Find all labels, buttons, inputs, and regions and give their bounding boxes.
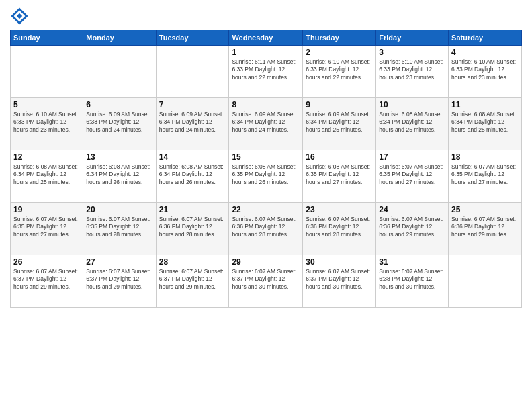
calendar-cell: 25Sunrise: 6:07 AM Sunset: 6:36 PM Dayli… (449, 203, 522, 255)
calendar-cell: 11Sunrise: 6:08 AM Sunset: 6:34 PM Dayli… (449, 98, 522, 150)
calendar-cell: 6Sunrise: 6:09 AM Sunset: 6:33 PM Daylig… (83, 98, 156, 150)
day-number: 24 (379, 205, 445, 214)
calendar-header-row: SundayMondayTuesdayWednesdayThursdayFrid… (11, 30, 522, 46)
calendar-header-tuesday: Tuesday (156, 30, 229, 46)
calendar-cell (83, 46, 156, 98)
calendar-cell (156, 46, 229, 98)
calendar-cell: 29Sunrise: 6:07 AM Sunset: 6:37 PM Dayli… (229, 255, 303, 308)
day-info: Sunrise: 6:09 AM Sunset: 6:34 PM Dayligh… (232, 111, 300, 134)
day-info: Sunrise: 6:07 AM Sunset: 6:36 PM Dayligh… (306, 216, 373, 238)
day-info: Sunrise: 6:07 AM Sunset: 6:37 PM Dayligh… (86, 268, 152, 291)
calendar-table: SundayMondayTuesdayWednesdayThursdayFrid… (10, 30, 522, 308)
day-info: Sunrise: 6:08 AM Sunset: 6:34 PM Dayligh… (86, 163, 152, 186)
calendar-header-wednesday: Wednesday (229, 30, 303, 46)
header (10, 7, 522, 26)
day-number: 17 (379, 152, 445, 162)
calendar-cell: 24Sunrise: 6:07 AM Sunset: 6:36 PM Dayli… (376, 203, 449, 255)
day-number: 7 (159, 100, 226, 109)
calendar-cell: 20Sunrise: 6:07 AM Sunset: 6:35 PM Dayli… (83, 203, 156, 255)
day-info: Sunrise: 6:08 AM Sunset: 6:34 PM Dayligh… (159, 163, 226, 186)
calendar-cell: 18Sunrise: 6:07 AM Sunset: 6:35 PM Dayli… (449, 150, 522, 203)
calendar-cell: 30Sunrise: 6:07 AM Sunset: 6:37 PM Dayli… (303, 255, 376, 308)
day-info: Sunrise: 6:10 AM Sunset: 6:33 PM Dayligh… (13, 111, 80, 134)
calendar-header-monday: Monday (83, 30, 156, 46)
calendar-container: SundayMondayTuesdayWednesdayThursdayFrid… (0, 0, 532, 411)
day-info: Sunrise: 6:11 AM Sunset: 6:33 PM Dayligh… (232, 58, 300, 81)
day-info: Sunrise: 6:07 AM Sunset: 6:37 PM Dayligh… (306, 268, 373, 291)
day-number: 28 (159, 257, 226, 267)
day-number: 1 (232, 48, 300, 57)
calendar-cell: 21Sunrise: 6:07 AM Sunset: 6:36 PM Dayli… (156, 203, 229, 255)
day-number: 13 (86, 152, 152, 162)
calendar-cell: 15Sunrise: 6:08 AM Sunset: 6:35 PM Dayli… (229, 150, 303, 203)
calendar-cell: 16Sunrise: 6:08 AM Sunset: 6:35 PM Dayli… (303, 150, 376, 203)
day-number: 10 (379, 100, 445, 109)
day-number: 3 (379, 48, 445, 57)
calendar-cell: 3Sunrise: 6:10 AM Sunset: 6:33 PM Daylig… (376, 46, 449, 98)
calendar-cell: 23Sunrise: 6:07 AM Sunset: 6:36 PM Dayli… (303, 203, 376, 255)
day-info: Sunrise: 6:10 AM Sunset: 6:33 PM Dayligh… (379, 58, 445, 81)
calendar-week-3: 12Sunrise: 6:08 AM Sunset: 6:34 PM Dayli… (11, 150, 522, 203)
calendar-cell: 22Sunrise: 6:07 AM Sunset: 6:36 PM Dayli… (229, 203, 303, 255)
calendar-cell: 26Sunrise: 6:07 AM Sunset: 6:37 PM Dayli… (11, 255, 83, 308)
day-number: 12 (13, 152, 80, 162)
calendar-cell: 2Sunrise: 6:10 AM Sunset: 6:33 PM Daylig… (303, 46, 376, 98)
calendar-cell (449, 255, 522, 308)
day-number: 23 (306, 205, 373, 214)
day-number: 9 (306, 100, 373, 109)
day-info: Sunrise: 6:07 AM Sunset: 6:35 PM Dayligh… (86, 216, 152, 238)
calendar-cell: 1Sunrise: 6:11 AM Sunset: 6:33 PM Daylig… (229, 46, 303, 98)
calendar-cell: 8Sunrise: 6:09 AM Sunset: 6:34 PM Daylig… (229, 98, 303, 150)
calendar-header-saturday: Saturday (449, 30, 522, 46)
day-info: Sunrise: 6:09 AM Sunset: 6:34 PM Dayligh… (306, 111, 373, 134)
day-info: Sunrise: 6:07 AM Sunset: 6:36 PM Dayligh… (379, 216, 445, 238)
calendar-cell: 27Sunrise: 6:07 AM Sunset: 6:37 PM Dayli… (83, 255, 156, 308)
day-info: Sunrise: 6:07 AM Sunset: 6:37 PM Dayligh… (232, 268, 300, 291)
day-number: 14 (159, 152, 226, 162)
day-number: 11 (451, 100, 519, 109)
day-info: Sunrise: 6:08 AM Sunset: 6:35 PM Dayligh… (306, 163, 373, 186)
calendar-cell: 13Sunrise: 6:08 AM Sunset: 6:34 PM Dayli… (83, 150, 156, 203)
day-info: Sunrise: 6:07 AM Sunset: 6:36 PM Dayligh… (451, 216, 519, 238)
day-info: Sunrise: 6:07 AM Sunset: 6:36 PM Dayligh… (159, 216, 226, 238)
day-number: 18 (451, 152, 519, 162)
day-info: Sunrise: 6:09 AM Sunset: 6:33 PM Dayligh… (86, 111, 152, 134)
day-info: Sunrise: 6:07 AM Sunset: 6:37 PM Dayligh… (159, 268, 226, 291)
calendar-week-4: 19Sunrise: 6:07 AM Sunset: 6:35 PM Dayli… (11, 203, 522, 255)
calendar-cell: 10Sunrise: 6:08 AM Sunset: 6:34 PM Dayli… (376, 98, 449, 150)
day-number: 8 (232, 100, 300, 109)
day-info: Sunrise: 6:10 AM Sunset: 6:33 PM Dayligh… (306, 58, 373, 81)
calendar-cell: 31Sunrise: 6:07 AM Sunset: 6:38 PM Dayli… (376, 255, 449, 308)
calendar-week-1: 1Sunrise: 6:11 AM Sunset: 6:33 PM Daylig… (11, 46, 522, 98)
calendar-cell: 9Sunrise: 6:09 AM Sunset: 6:34 PM Daylig… (303, 98, 376, 150)
day-number: 20 (86, 205, 152, 214)
calendar-cell: 12Sunrise: 6:08 AM Sunset: 6:34 PM Dayli… (11, 150, 83, 203)
day-info: Sunrise: 6:08 AM Sunset: 6:34 PM Dayligh… (379, 111, 445, 134)
day-number: 31 (379, 257, 445, 267)
calendar-cell: 4Sunrise: 6:10 AM Sunset: 6:33 PM Daylig… (449, 46, 522, 98)
calendar-cell: 5Sunrise: 6:10 AM Sunset: 6:33 PM Daylig… (11, 98, 83, 150)
day-number: 22 (232, 205, 300, 214)
calendar-week-5: 26Sunrise: 6:07 AM Sunset: 6:37 PM Dayli… (11, 255, 522, 308)
calendar-header-thursday: Thursday (303, 30, 376, 46)
calendar-cell: 14Sunrise: 6:08 AM Sunset: 6:34 PM Dayli… (156, 150, 229, 203)
logo-icon (10, 7, 29, 26)
day-number: 27 (86, 257, 152, 267)
calendar-cell (11, 46, 83, 98)
day-info: Sunrise: 6:07 AM Sunset: 6:38 PM Dayligh… (379, 268, 445, 291)
day-info: Sunrise: 6:07 AM Sunset: 6:35 PM Dayligh… (379, 163, 445, 186)
day-number: 6 (86, 100, 152, 109)
day-info: Sunrise: 6:07 AM Sunset: 6:35 PM Dayligh… (451, 163, 519, 186)
day-number: 25 (451, 205, 519, 214)
day-number: 21 (159, 205, 226, 214)
day-number: 15 (232, 152, 300, 162)
day-number: 4 (451, 48, 519, 57)
calendar-cell: 7Sunrise: 6:09 AM Sunset: 6:34 PM Daylig… (156, 98, 229, 150)
calendar-header-friday: Friday (376, 30, 449, 46)
day-info: Sunrise: 6:07 AM Sunset: 6:37 PM Dayligh… (13, 268, 80, 291)
day-info: Sunrise: 6:09 AM Sunset: 6:34 PM Dayligh… (159, 111, 226, 134)
calendar-week-2: 5Sunrise: 6:10 AM Sunset: 6:33 PM Daylig… (11, 98, 522, 150)
day-info: Sunrise: 6:10 AM Sunset: 6:33 PM Dayligh… (451, 58, 519, 81)
day-info: Sunrise: 6:08 AM Sunset: 6:34 PM Dayligh… (13, 163, 80, 186)
day-number: 26 (13, 257, 80, 267)
